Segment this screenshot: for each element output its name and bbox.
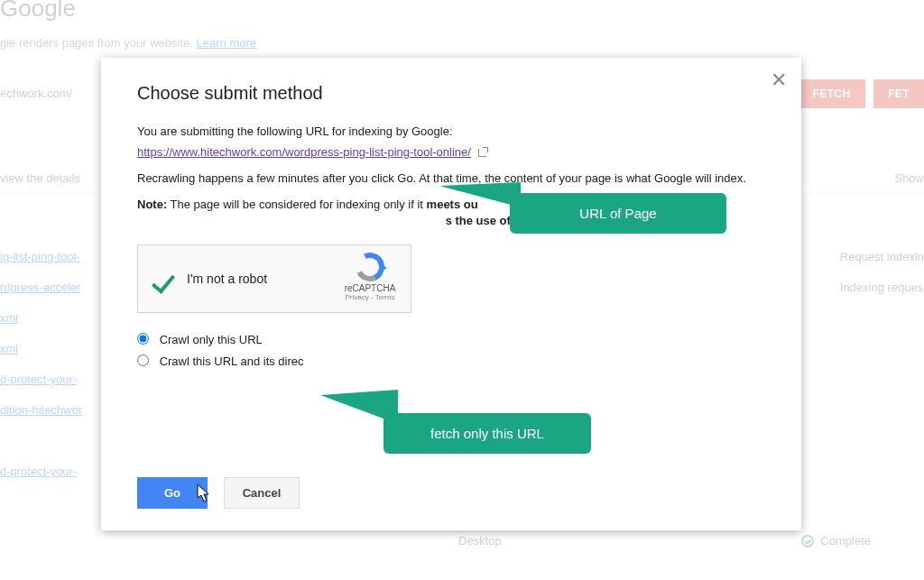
recaptcha-logo-icon <box>356 253 384 281</box>
recaptcha-brand-text: reCAPTCHA <box>338 283 402 293</box>
radio-crawl-only[interactable]: Crawl only this URL <box>137 329 769 351</box>
submitted-url-link[interactable]: https://www.hitechwork.com/wordpress-pin… <box>137 145 471 159</box>
recaptcha-legal-text: Privacy - Terms <box>338 293 402 301</box>
radio-crawl-and-links-input[interactable] <box>137 354 149 366</box>
annotation-tail-icon <box>439 182 521 207</box>
crawl-options: Crawl only this URL Crawl this URL and i… <box>137 329 769 373</box>
intro-text: You are submitting the following URL for… <box>137 124 769 141</box>
radio-crawl-and-links[interactable]: Crawl this URL and its direc <box>137 351 769 373</box>
recaptcha-label: I'm not a robot <box>187 272 267 286</box>
mouse-cursor-icon <box>197 483 211 503</box>
external-link-icon <box>478 147 488 157</box>
submit-method-modal: ✕ Choose submit method You are submittin… <box>101 58 801 530</box>
recaptcha-widget[interactable]: I'm not a robot reCAPTCHA Privacy - Term… <box>137 244 411 313</box>
annotation-fetch-only: fetch only this URL <box>383 413 591 454</box>
annotation-tail-icon <box>320 390 398 424</box>
modal-actions: Go Cancel <box>137 477 300 509</box>
modal-title: Choose submit method <box>137 83 769 104</box>
radio-crawl-only-label: Crawl only this URL <box>160 333 263 346</box>
radio-crawl-and-links-label: Crawl this URL and its direc <box>160 354 304 368</box>
annotation-url-of-page: URL of Page <box>510 193 726 234</box>
annotation-label: URL of Page <box>579 206 656 221</box>
annotation-label: fetch only this URL <box>430 426 544 441</box>
radio-crawl-only-input[interactable] <box>137 333 149 345</box>
check-icon <box>149 266 174 291</box>
close-icon[interactable]: ✕ <box>771 69 787 92</box>
recaptcha-branding: reCAPTCHA Privacy - Terms <box>338 253 402 301</box>
cancel-button[interactable]: Cancel <box>224 477 300 509</box>
